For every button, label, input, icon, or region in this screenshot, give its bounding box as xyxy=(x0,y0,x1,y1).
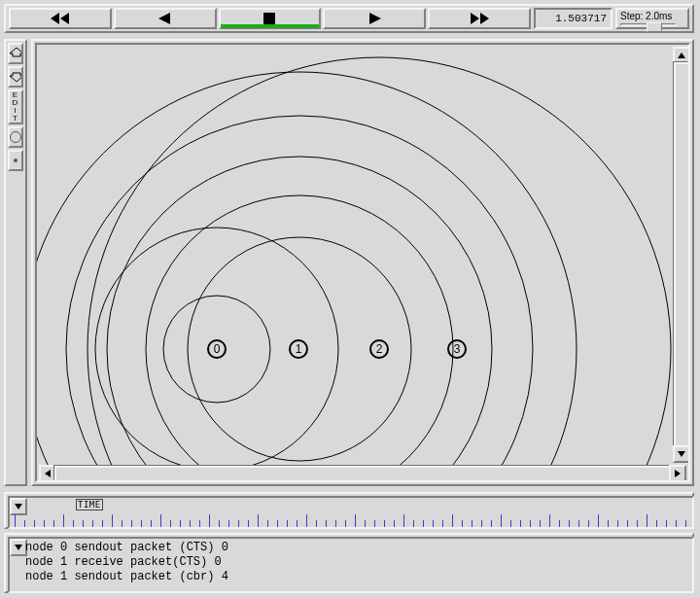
transmission-ripple xyxy=(37,72,577,471)
svg-marker-9 xyxy=(678,53,685,58)
scroll-right-arrow[interactable] xyxy=(669,465,686,482)
svg-marker-8 xyxy=(10,73,21,82)
edit-button[interactable]: E D I T xyxy=(8,89,23,124)
svg-marker-2 xyxy=(158,13,170,24)
active-indicator xyxy=(221,24,320,28)
svg-marker-10 xyxy=(678,451,685,457)
step-slider-thumb[interactable] xyxy=(647,22,662,32)
circle-icon xyxy=(10,131,21,143)
svg-marker-12 xyxy=(675,470,681,477)
rewind-button[interactable] xyxy=(9,8,112,29)
vscroll-track[interactable] xyxy=(673,61,688,448)
canvas-frame: 0123 xyxy=(31,39,694,486)
transmission-ripple xyxy=(88,57,671,471)
log-panel: node 0 sendout packet (CTS) 0 node 1 rec… xyxy=(4,533,694,593)
svg-marker-13 xyxy=(15,504,22,510)
arrow-down-wide-icon xyxy=(10,71,21,83)
transmission-ripple xyxy=(146,195,453,471)
zoom-in-button[interactable] xyxy=(8,43,23,64)
zoom-out-button[interactable] xyxy=(8,66,23,88)
dot-icon xyxy=(14,158,18,162)
playback-toolbar: 1.503717 Step: 2.0ms xyxy=(4,4,694,33)
fast-forward-button[interactable] xyxy=(428,8,531,29)
network-node-label: 2 xyxy=(376,342,383,356)
scroll-down-arrow[interactable] xyxy=(673,445,690,463)
svg-marker-0 xyxy=(51,13,59,24)
circle-tool-button[interactable] xyxy=(8,126,23,148)
time-display: 1.503717 xyxy=(534,8,612,29)
vscroll-thumb[interactable] xyxy=(674,62,690,451)
network-node-label: 0 xyxy=(214,342,221,356)
log: node 0 sendout packet (CTS) 0 node 1 rec… xyxy=(8,537,694,593)
svg-marker-1 xyxy=(60,13,69,24)
timeline-ruler[interactable] xyxy=(13,513,689,528)
stop-button[interactable] xyxy=(219,8,322,29)
left-tool-gutter: E D I T xyxy=(4,39,27,486)
play-button[interactable] xyxy=(323,8,426,29)
timeline[interactable]: TIME xyxy=(8,496,694,529)
step-slider-track[interactable] xyxy=(620,23,676,26)
canvas-horizontal-scrollbar[interactable] xyxy=(39,465,686,478)
step-back-button[interactable] xyxy=(114,8,217,29)
svg-marker-7 xyxy=(10,48,21,56)
hscroll-track[interactable] xyxy=(53,465,672,480)
timeline-current-label: TIME xyxy=(76,499,103,510)
canvas-vertical-scrollbar[interactable] xyxy=(673,47,686,463)
arrow-up-wide-icon xyxy=(10,48,21,59)
step-control[interactable]: Step: 2.0ms xyxy=(615,8,689,29)
svg-marker-5 xyxy=(471,13,479,24)
svg-marker-11 xyxy=(45,470,51,477)
svg-marker-14 xyxy=(15,545,22,550)
canvas[interactable]: 0123 xyxy=(35,43,690,482)
network-node-label: 3 xyxy=(454,342,461,356)
timeline-panel: TIME xyxy=(4,492,694,529)
svg-rect-3 xyxy=(263,13,275,24)
step-label: Step: 2.0ms xyxy=(620,11,684,21)
network-visualization: 0123 xyxy=(37,45,679,471)
network-node-label: 1 xyxy=(296,342,302,356)
svg-marker-4 xyxy=(369,13,381,24)
svg-marker-6 xyxy=(480,13,489,24)
point-tool-button[interactable] xyxy=(8,150,23,171)
transmission-ripple xyxy=(66,116,533,471)
log-text: node 0 sendout packet (CTS) 0 node 1 rec… xyxy=(25,541,688,584)
hscroll-thumb[interactable] xyxy=(54,466,675,482)
